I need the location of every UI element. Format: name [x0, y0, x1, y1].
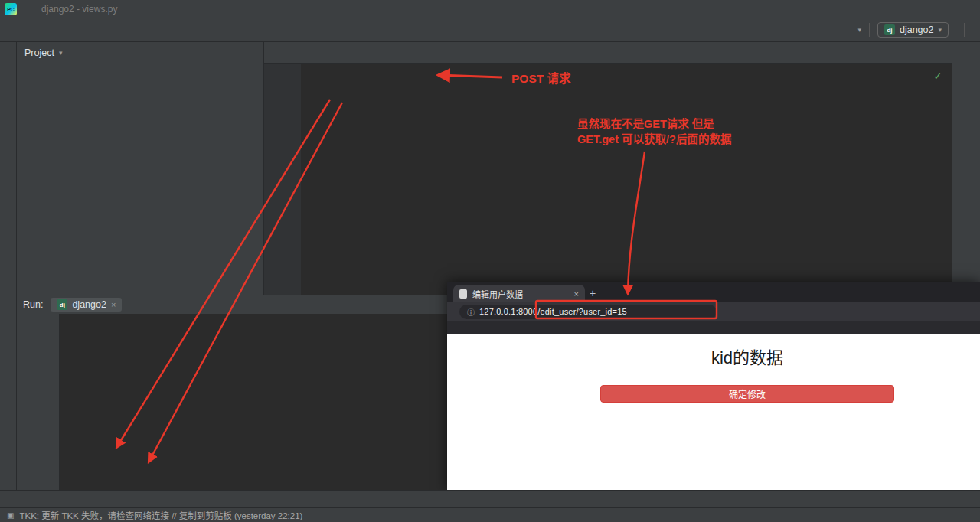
browser-tab-title: 编辑用户数据 — [472, 288, 569, 300]
address-bar[interactable]: ⓘ 127.0.0.1:8000/edit_user/?user_id=15 — [459, 305, 717, 319]
django-icon: dj — [884, 24, 895, 35]
code-editor[interactable]: ✓ — [264, 64, 952, 295]
close-icon[interactable]: × — [574, 289, 579, 299]
project-tool-window: Project ▾ — [17, 42, 264, 295]
browser-toolbar: ⓘ 127.0.0.1:8000/edit_user/?user_id=15 — [447, 302, 980, 321]
run-panel-body — [17, 314, 447, 490]
web-page: kid的数据 确定修改 — [447, 334, 980, 490]
run-config-caret-icon: ▾ — [938, 26, 942, 34]
django-icon: dj — [57, 299, 67, 310]
console-toolbar — [17, 314, 60, 490]
title-bar: PC django2 - views.py — [0, 0, 980, 18]
page-favicon — [459, 289, 467, 299]
run-config-selector[interactable]: dj django2 ▾ — [877, 22, 949, 38]
editor-tab-bar — [264, 42, 952, 64]
navigation-toolbar: ▾ dj django2 ▾ — [0, 18, 980, 42]
new-tab-button[interactable]: + — [590, 287, 596, 299]
pycharm-window: PC django2 - views.py ▾ dj django2 ▾ Pro… — [0, 0, 980, 522]
toolbar-actions: ▾ dj django2 ▾ — [850, 22, 972, 38]
browser-tab[interactable]: 编辑用户数据 × — [453, 285, 585, 302]
tool-window-bar — [0, 490, 980, 507]
bookmarks-bar — [447, 321, 980, 334]
status-message: TKK: 更新 TKK 失败，请检查网络连接 // 复制到剪贴板 (yester… — [19, 509, 302, 521]
code-lines — [264, 64, 952, 67]
inspection-status-icon[interactable]: ✓ — [933, 70, 942, 82]
run-tab-label: django2 — [72, 299, 106, 310]
submit-button[interactable]: 确定修改 — [600, 385, 894, 403]
page-heading: kid的数据 — [600, 344, 894, 368]
window-title: django2 - views.py — [41, 4, 117, 15]
browser-window: 编辑用户数据 × + ⓘ 127.0.0.1:8000/edit_user/?u… — [447, 282, 980, 490]
editor-area: ✓ — [264, 42, 952, 295]
close-icon[interactable]: × — [111, 300, 116, 309]
run-panel-header: Run: dj django2 × — [17, 295, 447, 314]
status-icon: ▣ — [7, 511, 14, 520]
left-tool-stripe — [0, 42, 17, 490]
pycharm-logo-icon: PC — [5, 3, 17, 15]
url-text: 127.0.0.1:8000/edit_user/?user_id=15 — [479, 307, 627, 316]
toolbar-divider — [869, 23, 870, 37]
run-config-name: django2 — [900, 24, 934, 35]
page-content: kid的数据 确定修改 — [600, 341, 894, 403]
run-console[interactable] — [60, 314, 447, 490]
project-panel-header: Project ▾ — [17, 42, 263, 63]
status-bar: ▣ TKK: 更新 TKK 失败，请检查网络连接 // 复制到剪贴板 (yest… — [0, 507, 980, 522]
run-panel-label: Run: — [23, 299, 43, 310]
collaborators-caret-icon[interactable]: ▾ — [858, 26, 861, 34]
run-tool-window: Run: dj django2 × — [17, 295, 447, 490]
run-tab-django2[interactable]: dj django2 × — [51, 298, 122, 312]
site-info-icon[interactable]: ⓘ — [467, 306, 475, 318]
toolbar-divider — [964, 23, 965, 37]
project-view-caret-icon[interactable]: ▾ — [59, 49, 63, 57]
browser-tab-bar: 编辑用户数据 × + — [447, 282, 980, 302]
project-panel-title[interactable]: Project — [24, 47, 54, 58]
